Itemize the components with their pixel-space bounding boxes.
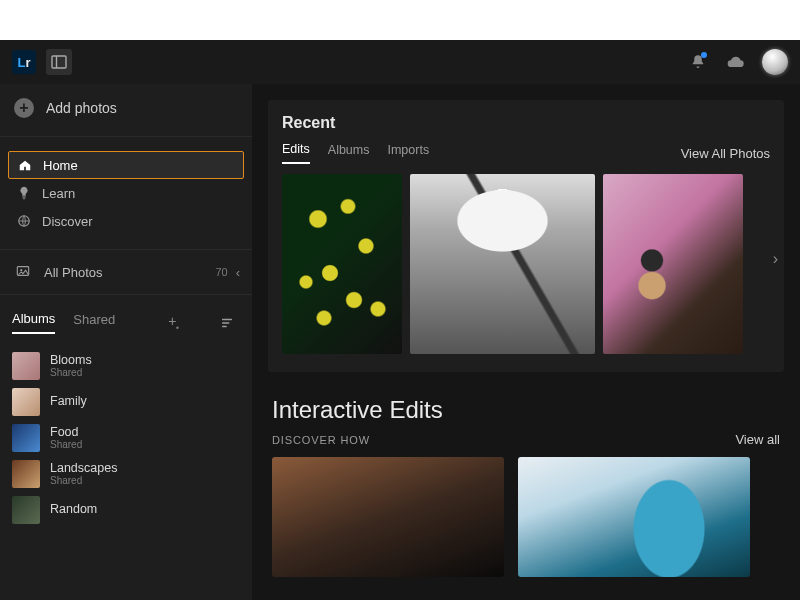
svg-point-4 <box>20 269 22 271</box>
divider <box>0 136 252 137</box>
album-thumb <box>12 424 40 452</box>
album-name: Random <box>50 503 97 517</box>
interactive-title: Interactive Edits <box>272 396 780 424</box>
logo-letter-r: r <box>25 55 30 70</box>
divider <box>0 294 252 295</box>
interactive-card-2[interactable] <box>518 457 750 577</box>
all-photos-row[interactable]: All Photos 70 ‹ <box>0 254 252 290</box>
home-icon <box>17 157 33 173</box>
notification-dot <box>701 52 707 58</box>
album-thumb <box>12 460 40 488</box>
album-item-blooms[interactable]: BloomsShared <box>10 348 242 384</box>
all-photos-count: 70 <box>215 266 227 278</box>
recent-photo-2[interactable] <box>410 174 595 354</box>
album-sub: Shared <box>50 439 82 450</box>
recent-tabs: Edits Albums Imports View All Photos <box>282 142 770 164</box>
divider <box>0 249 252 250</box>
sort-albums-button[interactable] <box>220 316 234 330</box>
logo-letter-l: L <box>17 55 25 70</box>
album-thumb <box>12 352 40 380</box>
recent-photo-3[interactable] <box>603 174 743 354</box>
topbar: Lr <box>0 40 800 84</box>
recent-photo-1[interactable] <box>282 174 402 354</box>
recent-tab-albums[interactable]: Albums <box>328 143 370 163</box>
add-photos-label: Add photos <box>46 100 117 116</box>
tab-shared[interactable]: Shared <box>73 312 115 333</box>
chevron-right-icon: › <box>773 250 778 267</box>
recent-tab-imports[interactable]: Imports <box>387 143 429 163</box>
album-name: Landscapes <box>50 462 117 476</box>
cloud-sync-button[interactable] <box>724 50 748 74</box>
recent-panel: Recent Edits Albums Imports View All Pho… <box>268 100 784 372</box>
panel-toggle-button[interactable] <box>46 49 72 75</box>
album-thumb <box>12 496 40 524</box>
panel-icon <box>51 54 67 70</box>
sidebar: + Add photos Home Learn Discover <box>0 84 252 600</box>
album-item-food[interactable]: FoodShared <box>10 420 242 456</box>
svg-rect-0 <box>52 56 66 68</box>
album-item-random[interactable]: Random <box>10 492 242 528</box>
album-list: BloomsShared Family FoodShared Landscape… <box>0 342 252 548</box>
sort-icon <box>220 316 234 330</box>
cloud-icon <box>726 52 746 72</box>
tab-albums[interactable]: Albums <box>12 311 55 334</box>
chevron-left-icon: ‹ <box>236 265 240 280</box>
interactive-card-1[interactable] <box>272 457 504 577</box>
image-icon <box>16 264 32 280</box>
next-arrow-button[interactable]: › <box>773 250 778 268</box>
user-avatar[interactable] <box>762 49 788 75</box>
nav-item-discover[interactable]: Discover <box>8 207 244 235</box>
recent-strip <box>282 174 770 354</box>
nav-label: Home <box>43 158 78 173</box>
discover-how-label: DISCOVER HOW <box>272 434 370 446</box>
interactive-strip <box>272 457 780 577</box>
album-name: Family <box>50 395 87 409</box>
interactive-view-all-link[interactable]: View all <box>735 432 780 447</box>
album-name: Blooms <box>50 354 92 368</box>
add-photos-button[interactable]: + Add photos <box>0 84 252 132</box>
app-root: Lr + Add photos Home <box>0 40 800 600</box>
nav-item-home[interactable]: Home <box>8 151 244 179</box>
album-sub: Shared <box>50 367 92 378</box>
recent-title: Recent <box>282 114 770 132</box>
nav-label: Discover <box>42 214 93 229</box>
sidebar-tabs: Albums Shared +▪ <box>0 299 252 342</box>
all-photos-label: All Photos <box>44 265 103 280</box>
main-content: Recent Edits Albums Imports View All Pho… <box>252 84 800 600</box>
album-sub: Shared <box>50 475 117 486</box>
globe-icon <box>16 213 32 229</box>
view-all-photos-link[interactable]: View All Photos <box>681 146 770 161</box>
add-album-button[interactable]: +▪ <box>168 313 179 332</box>
lightbulb-icon <box>16 185 32 201</box>
nav-list: Home Learn Discover <box>0 141 252 245</box>
interactive-edits-section: Interactive Edits DISCOVER HOW View all <box>252 372 800 577</box>
album-item-family[interactable]: Family <box>10 384 242 420</box>
plus-icon: + <box>14 98 34 118</box>
album-thumb <box>12 388 40 416</box>
app-logo: Lr <box>12 50 36 74</box>
notifications-button[interactable] <box>686 50 710 74</box>
album-item-landscapes[interactable]: LandscapesShared <box>10 456 242 492</box>
nav-item-learn[interactable]: Learn <box>8 179 244 207</box>
album-name: Food <box>50 426 82 440</box>
recent-tab-edits[interactable]: Edits <box>282 142 310 164</box>
nav-label: Learn <box>42 186 75 201</box>
